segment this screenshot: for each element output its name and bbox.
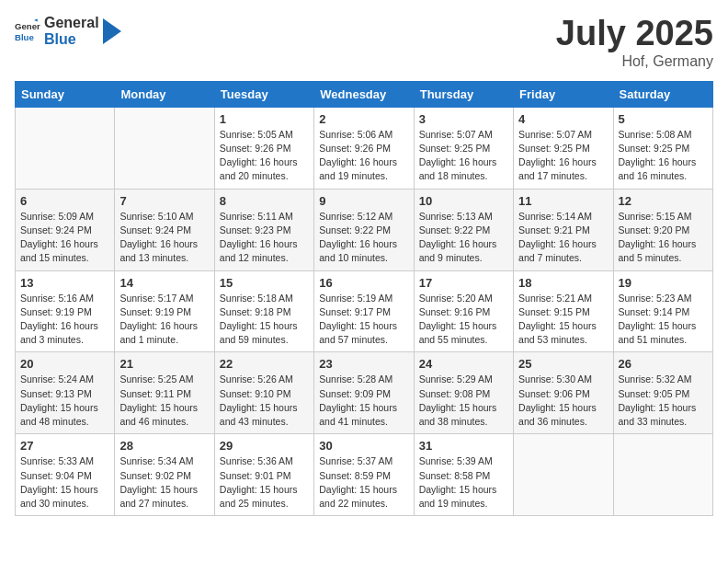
logo: General Blue General Blue	[15, 15, 121, 47]
day-number: 24	[419, 357, 508, 371]
day-number: 16	[319, 276, 408, 290]
day-number: 15	[220, 276, 309, 290]
calendar-cell: 5Sunrise: 5:08 AM Sunset: 9:25 PM Daylig…	[613, 107, 712, 189]
day-info: Sunrise: 5:29 AM Sunset: 9:08 PM Dayligh…	[419, 373, 508, 429]
day-info: Sunrise: 5:33 AM Sunset: 9:04 PM Dayligh…	[20, 454, 109, 511]
calendar-table: SundayMondayTuesdayWednesdayThursdayFrid…	[15, 81, 713, 516]
day-number: 14	[119, 276, 209, 290]
day-number: 17	[419, 276, 508, 290]
day-number: 5	[619, 112, 708, 126]
day-number: 22	[220, 357, 309, 371]
page-header: General Blue General Blue July 2025 Hof,…	[15, 15, 713, 70]
calendar-cell	[613, 434, 712, 516]
day-info: Sunrise: 5:32 AM Sunset: 9:05 PM Dayligh…	[619, 373, 708, 429]
day-number: 12	[619, 194, 708, 208]
day-number: 20	[20, 357, 109, 371]
calendar-cell: 20Sunrise: 5:24 AM Sunset: 9:13 PM Dayli…	[16, 352, 115, 434]
calendar-cell: 29Sunrise: 5:36 AM Sunset: 9:01 PM Dayli…	[214, 434, 313, 516]
day-info: Sunrise: 5:19 AM Sunset: 9:17 PM Dayligh…	[319, 292, 408, 348]
location-subtitle: Hof, Germany	[556, 53, 713, 70]
day-number: 23	[319, 357, 408, 371]
day-info: Sunrise: 5:26 AM Sunset: 9:10 PM Dayligh…	[220, 373, 309, 429]
day-number: 30	[319, 439, 408, 453]
calendar-cell	[514, 434, 613, 516]
day-info: Sunrise: 5:30 AM Sunset: 9:06 PM Dayligh…	[518, 373, 608, 429]
calendar-cell: 26Sunrise: 5:32 AM Sunset: 9:05 PM Dayli…	[613, 352, 712, 434]
day-number: 29	[220, 439, 309, 453]
day-number: 7	[119, 194, 209, 208]
svg-text:Blue: Blue	[15, 31, 34, 41]
day-number: 27	[20, 439, 109, 453]
day-info: Sunrise: 5:13 AM Sunset: 9:22 PM Dayligh…	[419, 210, 508, 266]
day-info: Sunrise: 5:06 AM Sunset: 9:26 PM Dayligh…	[319, 128, 408, 184]
day-number: 13	[20, 276, 109, 290]
day-info: Sunrise: 5:07 AM Sunset: 9:25 PM Dayligh…	[518, 128, 608, 184]
day-info: Sunrise: 5:14 AM Sunset: 9:21 PM Dayligh…	[518, 210, 608, 266]
calendar-cell: 14Sunrise: 5:17 AM Sunset: 9:19 PM Dayli…	[115, 270, 214, 352]
col-header-wednesday: Wednesday	[314, 81, 414, 107]
calendar-week-row: 27Sunrise: 5:33 AM Sunset: 9:04 PM Dayli…	[16, 434, 713, 516]
day-info: Sunrise: 5:11 AM Sunset: 9:23 PM Dayligh…	[220, 210, 309, 266]
day-number: 1	[220, 112, 309, 126]
day-info: Sunrise: 5:24 AM Sunset: 9:13 PM Dayligh…	[20, 373, 109, 429]
day-info: Sunrise: 5:12 AM Sunset: 9:22 PM Dayligh…	[319, 210, 408, 266]
calendar-cell: 22Sunrise: 5:26 AM Sunset: 9:10 PM Dayli…	[214, 352, 313, 434]
day-info: Sunrise: 5:07 AM Sunset: 9:25 PM Dayligh…	[419, 128, 508, 184]
calendar-cell: 21Sunrise: 5:25 AM Sunset: 9:11 PM Dayli…	[115, 352, 214, 434]
calendar-cell: 24Sunrise: 5:29 AM Sunset: 9:08 PM Dayli…	[414, 352, 513, 434]
logo-blue: Blue	[44, 31, 99, 48]
calendar-cell	[115, 107, 214, 189]
day-number: 4	[518, 112, 608, 126]
day-info: Sunrise: 5:21 AM Sunset: 9:15 PM Dayligh…	[518, 292, 608, 348]
calendar-cell: 6Sunrise: 5:09 AM Sunset: 9:24 PM Daylig…	[16, 189, 115, 270]
calendar-cell: 10Sunrise: 5:13 AM Sunset: 9:22 PM Dayli…	[414, 189, 513, 270]
day-info: Sunrise: 5:16 AM Sunset: 9:19 PM Dayligh…	[20, 292, 109, 348]
day-info: Sunrise: 5:17 AM Sunset: 9:19 PM Dayligh…	[119, 292, 209, 348]
col-header-monday: Monday	[115, 81, 214, 107]
day-info: Sunrise: 5:18 AM Sunset: 9:18 PM Dayligh…	[220, 292, 309, 348]
logo-general: General	[44, 15, 99, 31]
col-header-tuesday: Tuesday	[214, 81, 313, 107]
calendar-cell	[16, 107, 115, 189]
col-header-friday: Friday	[514, 81, 613, 107]
day-info: Sunrise: 5:05 AM Sunset: 9:26 PM Dayligh…	[220, 128, 309, 184]
calendar-cell: 12Sunrise: 5:15 AM Sunset: 9:20 PM Dayli…	[613, 189, 712, 270]
calendar-cell: 18Sunrise: 5:21 AM Sunset: 9:15 PM Dayli…	[514, 270, 613, 352]
title-block: July 2025 Hof, Germany	[556, 15, 713, 70]
col-header-thursday: Thursday	[414, 81, 513, 107]
day-info: Sunrise: 5:09 AM Sunset: 9:24 PM Dayligh…	[20, 210, 109, 266]
calendar-cell: 9Sunrise: 5:12 AM Sunset: 9:22 PM Daylig…	[314, 189, 414, 270]
day-info: Sunrise: 5:36 AM Sunset: 9:01 PM Dayligh…	[220, 454, 309, 511]
day-number: 31	[419, 439, 508, 453]
day-info: Sunrise: 5:15 AM Sunset: 9:20 PM Dayligh…	[619, 210, 708, 266]
svg-marker-3	[103, 18, 121, 44]
day-info: Sunrise: 5:08 AM Sunset: 9:25 PM Dayligh…	[619, 128, 708, 184]
day-number: 10	[419, 194, 508, 208]
calendar-cell: 31Sunrise: 5:39 AM Sunset: 8:58 PM Dayli…	[414, 434, 513, 516]
calendar-cell: 2Sunrise: 5:06 AM Sunset: 9:26 PM Daylig…	[314, 107, 414, 189]
day-number: 9	[319, 194, 408, 208]
day-info: Sunrise: 5:10 AM Sunset: 9:24 PM Dayligh…	[119, 210, 209, 266]
calendar-cell: 3Sunrise: 5:07 AM Sunset: 9:25 PM Daylig…	[414, 107, 513, 189]
calendar-cell: 27Sunrise: 5:33 AM Sunset: 9:04 PM Dayli…	[16, 434, 115, 516]
calendar-week-row: 13Sunrise: 5:16 AM Sunset: 9:19 PM Dayli…	[16, 270, 713, 352]
calendar-cell: 16Sunrise: 5:19 AM Sunset: 9:17 PM Dayli…	[314, 270, 414, 352]
logo-icon: General Blue	[15, 18, 40, 44]
calendar-cell: 8Sunrise: 5:11 AM Sunset: 9:23 PM Daylig…	[214, 189, 313, 270]
logo-arrow-icon	[103, 18, 121, 44]
calendar-week-row: 1Sunrise: 5:05 AM Sunset: 9:26 PM Daylig…	[16, 107, 713, 189]
day-number: 28	[119, 439, 209, 453]
calendar-cell: 17Sunrise: 5:20 AM Sunset: 9:16 PM Dayli…	[414, 270, 513, 352]
day-number: 18	[518, 276, 608, 290]
day-number: 19	[619, 276, 708, 290]
calendar-cell: 13Sunrise: 5:16 AM Sunset: 9:19 PM Dayli…	[16, 270, 115, 352]
day-info: Sunrise: 5:28 AM Sunset: 9:09 PM Dayligh…	[319, 373, 408, 429]
col-header-saturday: Saturday	[613, 81, 712, 107]
calendar-cell: 4Sunrise: 5:07 AM Sunset: 9:25 PM Daylig…	[514, 107, 613, 189]
calendar-cell: 19Sunrise: 5:23 AM Sunset: 9:14 PM Dayli…	[613, 270, 712, 352]
month-title: July 2025	[556, 15, 713, 53]
day-number: 25	[518, 357, 608, 371]
calendar-cell: 11Sunrise: 5:14 AM Sunset: 9:21 PM Dayli…	[514, 189, 613, 270]
calendar-cell: 1Sunrise: 5:05 AM Sunset: 9:26 PM Daylig…	[214, 107, 313, 189]
calendar-cell: 7Sunrise: 5:10 AM Sunset: 9:24 PM Daylig…	[115, 189, 214, 270]
